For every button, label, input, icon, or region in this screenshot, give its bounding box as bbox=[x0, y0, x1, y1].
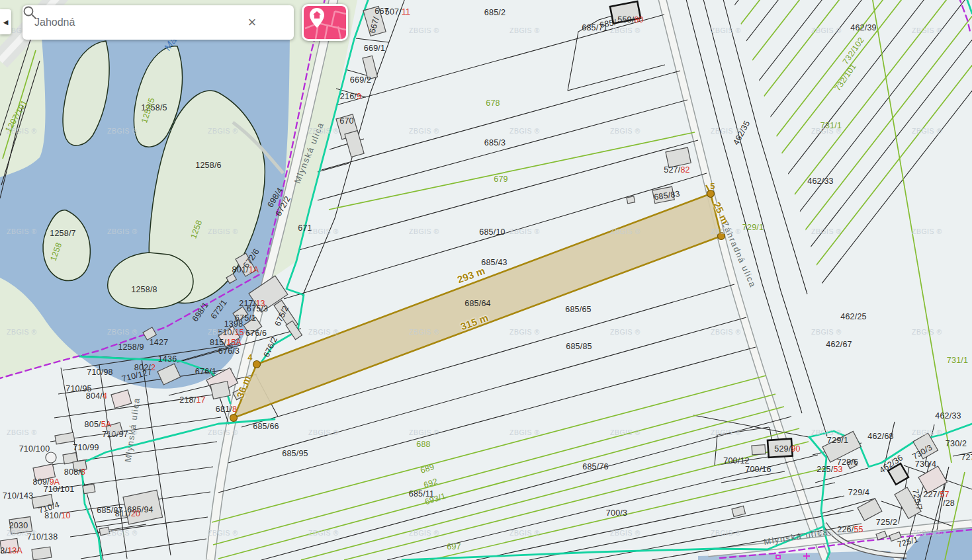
map-canvas[interactable] bbox=[0, 0, 972, 560]
close-icon: × bbox=[248, 14, 257, 31]
basemap-thumbnail bbox=[304, 6, 346, 39]
chevron-left-icon: ◀ bbox=[3, 19, 9, 26]
search-icon bbox=[22, 5, 37, 20]
collapse-panel-button[interactable]: ◀ bbox=[0, 9, 11, 34]
basemap-toggle-button[interactable] bbox=[302, 4, 348, 41]
search-input[interactable] bbox=[22, 16, 238, 29]
search-bar: × bbox=[22, 5, 294, 40]
clear-search-button[interactable]: × bbox=[238, 5, 266, 40]
search-button[interactable] bbox=[266, 5, 294, 40]
map-app: MaMlynská ulicaMlynská ulicaMlynská ulic… bbox=[0, 0, 972, 560]
